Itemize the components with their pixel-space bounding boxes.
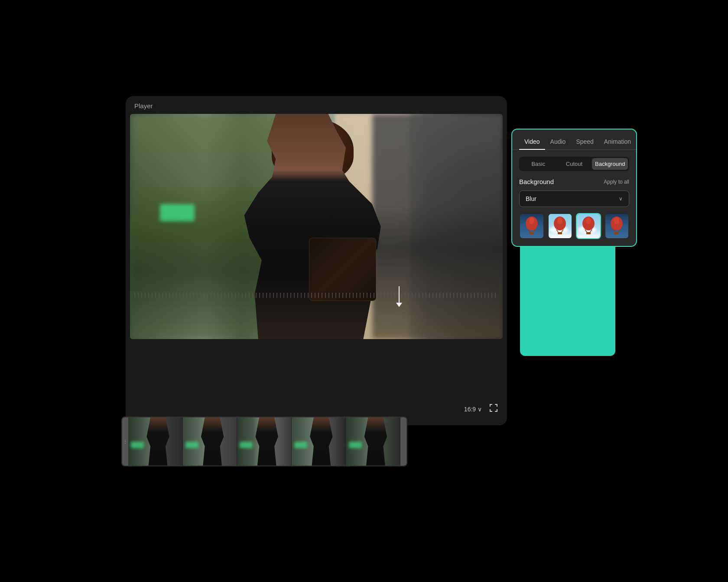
aspect-ratio-button[interactable]: 16:9 ∨ [464, 406, 482, 413]
svg-rect-3 [530, 232, 534, 234]
balloon-svg-2 [552, 216, 568, 235]
video-frame [130, 114, 503, 339]
tab-audio[interactable]: Audio [545, 136, 571, 149]
video-area [130, 114, 503, 339]
balloon-svg-1 [524, 216, 540, 235]
tab-animation[interactable]: Animation [599, 136, 636, 149]
svg-point-4 [529, 217, 534, 224]
svg-point-19 [614, 217, 619, 224]
apply-all-button[interactable]: Apply to all [604, 179, 629, 185]
blur-dropdown[interactable]: Blur ∨ [519, 191, 629, 207]
subtab-basic[interactable]: Basic [520, 158, 556, 170]
section-title: Background [519, 178, 554, 185]
svg-rect-18 [614, 232, 619, 234]
dropdown-arrow-icon: ∨ [619, 196, 623, 202]
filmstrip: ⋮ [121, 417, 407, 466]
panel-content: Basic Cutout Background Background Apply… [512, 150, 636, 246]
svg-point-14 [586, 217, 591, 224]
bg-thumbnail-1[interactable] [519, 213, 544, 239]
player-window: Player 16:9 ∨ [126, 96, 507, 425]
svg-rect-13 [586, 232, 591, 234]
dropdown-value: Blur [526, 195, 536, 202]
svg-rect-8 [558, 232, 562, 234]
bg-green-accent [160, 204, 195, 221]
film-frame [346, 417, 400, 466]
bg-thumbnail-4[interactable] [604, 213, 630, 239]
panel-tabs: Video Audio Speed Animation [512, 129, 636, 150]
background-thumbnails [519, 213, 629, 239]
film-frame [128, 417, 183, 466]
bg-blur-right [372, 114, 503, 339]
film-frame [237, 417, 292, 466]
filmstrip-handle-right[interactable] [400, 417, 406, 466]
woman-bag [309, 238, 376, 301]
subtab-cutout[interactable]: Cutout [556, 158, 592, 170]
bg-thumbnail-2[interactable] [548, 213, 573, 239]
timeline-bar[interactable] [134, 293, 498, 298]
playhead-triangle [396, 303, 402, 307]
svg-point-9 [557, 217, 562, 224]
section-header: Background Apply to all [519, 178, 629, 185]
fullscreen-button[interactable] [489, 403, 498, 415]
properties-panel: Video Audio Speed Animation Basic Cutout… [511, 129, 637, 247]
player-title: Player [126, 96, 507, 114]
film-frame [292, 417, 346, 466]
tab-video[interactable]: Video [519, 136, 545, 149]
tab-speed[interactable]: Speed [571, 136, 598, 149]
playhead [399, 286, 400, 304]
subtab-background[interactable]: Background [592, 158, 628, 170]
filmstrip-frames [128, 417, 400, 466]
balloon-svg-3 [581, 216, 596, 235]
film-frame [183, 417, 237, 466]
bg-thumbnail-3[interactable] [576, 213, 601, 239]
sub-tabs: Basic Cutout Background [519, 157, 629, 171]
balloon-svg-4 [609, 216, 624, 235]
filmstrip-handle-left[interactable]: ⋮ [122, 417, 128, 466]
